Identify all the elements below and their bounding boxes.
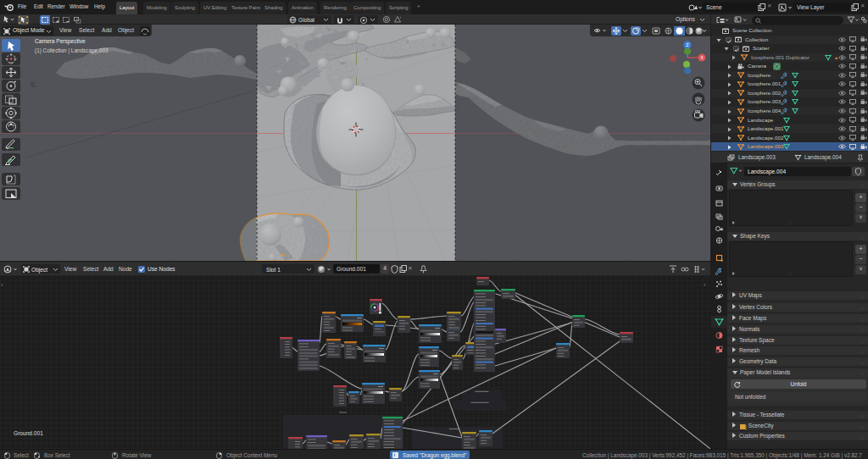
svg-text:X: X — [700, 55, 704, 60]
svg-text:Camera Perspective: Camera Perspective — [35, 38, 86, 45]
svg-text:(1) Collection | Landscape.003: (1) Collection | Landscape.003 — [35, 47, 108, 54]
